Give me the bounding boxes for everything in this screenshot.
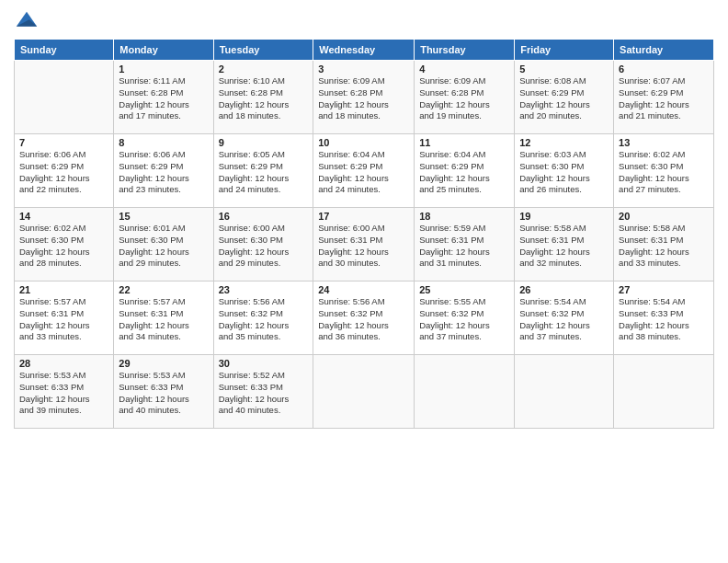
day-number: 28: [19, 358, 108, 369]
calendar-cell: 23Sunrise: 5:56 AM Sunset: 6:32 PM Dayli…: [213, 282, 313, 355]
day-number: 25: [419, 284, 509, 295]
calendar-cell: [614, 355, 714, 429]
calendar-cell: 26Sunrise: 5:54 AM Sunset: 6:32 PM Dayli…: [515, 282, 614, 355]
calendar-cell: 7Sunrise: 6:06 AM Sunset: 6:29 PM Daylig…: [15, 134, 114, 208]
day-number: 1: [119, 63, 208, 75]
day-number: 6: [619, 63, 709, 75]
day-number: 7: [19, 137, 108, 148]
cell-info: Sunrise: 5:54 AM Sunset: 6:32 PM Dayligh…: [519, 296, 609, 343]
calendar-cell: 22Sunrise: 5:57 AM Sunset: 6:31 PM Dayli…: [114, 282, 213, 355]
day-number: 12: [519, 137, 609, 148]
header-day: Monday: [114, 40, 213, 61]
header-day: Wednesday: [313, 40, 415, 61]
day-number: 10: [318, 137, 409, 148]
calendar-week-row: 7Sunrise: 6:06 AM Sunset: 6:29 PM Daylig…: [15, 134, 714, 208]
cell-info: Sunrise: 5:57 AM Sunset: 6:31 PM Dayligh…: [19, 296, 108, 343]
calendar-cell: 29Sunrise: 5:53 AM Sunset: 6:33 PM Dayli…: [114, 355, 213, 429]
calendar-cell: 18Sunrise: 5:59 AM Sunset: 6:31 PM Dayli…: [415, 208, 515, 282]
calendar-table: SundayMondayTuesdayWednesdayThursdayFrid…: [14, 39, 714, 429]
calendar-cell: [415, 355, 515, 429]
day-number: 5: [519, 63, 609, 75]
calendar-cell: 19Sunrise: 5:58 AM Sunset: 6:31 PM Dayli…: [515, 208, 614, 282]
cell-info: Sunrise: 6:06 AM Sunset: 6:29 PM Dayligh…: [19, 149, 108, 196]
calendar-cell: 14Sunrise: 6:02 AM Sunset: 6:30 PM Dayli…: [15, 208, 114, 282]
day-number: 14: [19, 211, 108, 222]
calendar-cell: 30Sunrise: 5:52 AM Sunset: 6:33 PM Dayli…: [213, 355, 313, 429]
cell-info: Sunrise: 6:08 AM Sunset: 6:29 PM Dayligh…: [519, 75, 609, 122]
cell-info: Sunrise: 6:09 AM Sunset: 6:28 PM Dayligh…: [419, 75, 509, 122]
calendar-cell: 16Sunrise: 6:00 AM Sunset: 6:30 PM Dayli…: [213, 208, 313, 282]
calendar-week-row: 28Sunrise: 5:53 AM Sunset: 6:33 PM Dayli…: [15, 355, 714, 429]
calendar-cell: [313, 355, 415, 429]
day-number: 16: [219, 211, 309, 222]
day-number: 21: [19, 284, 108, 295]
day-number: 13: [619, 137, 709, 148]
cell-info: Sunrise: 5:57 AM Sunset: 6:31 PM Dayligh…: [119, 296, 208, 343]
calendar-cell: [515, 355, 614, 429]
header-day: Friday: [515, 40, 614, 61]
cell-info: Sunrise: 6:07 AM Sunset: 6:29 PM Dayligh…: [619, 75, 709, 122]
calendar-cell: 1Sunrise: 6:11 AM Sunset: 6:28 PM Daylig…: [114, 61, 213, 134]
day-number: 15: [119, 211, 208, 222]
calendar-cell: 9Sunrise: 6:05 AM Sunset: 6:29 PM Daylig…: [213, 134, 313, 208]
day-number: 19: [519, 211, 609, 222]
day-number: 22: [119, 284, 208, 295]
day-number: 23: [219, 284, 309, 295]
calendar-week-row: 1Sunrise: 6:11 AM Sunset: 6:28 PM Daylig…: [15, 61, 714, 134]
calendar-cell: [15, 61, 114, 134]
day-number: 26: [519, 284, 609, 295]
cell-info: Sunrise: 6:02 AM Sunset: 6:30 PM Dayligh…: [19, 223, 108, 270]
day-number: 9: [219, 137, 309, 148]
cell-info: Sunrise: 5:53 AM Sunset: 6:33 PM Dayligh…: [19, 370, 108, 417]
cell-info: Sunrise: 6:05 AM Sunset: 6:29 PM Dayligh…: [219, 149, 309, 196]
day-number: 2: [219, 63, 309, 75]
cell-info: Sunrise: 5:54 AM Sunset: 6:33 PM Dayligh…: [619, 296, 709, 343]
cell-info: Sunrise: 5:58 AM Sunset: 6:31 PM Dayligh…: [519, 223, 609, 270]
day-number: 27: [619, 284, 709, 295]
calendar-cell: 27Sunrise: 5:54 AM Sunset: 6:33 PM Dayli…: [614, 282, 714, 355]
cell-info: Sunrise: 5:53 AM Sunset: 6:33 PM Dayligh…: [119, 370, 208, 417]
day-number: 29: [119, 358, 208, 369]
cell-info: Sunrise: 5:59 AM Sunset: 6:31 PM Dayligh…: [419, 223, 509, 270]
calendar-cell: 11Sunrise: 6:04 AM Sunset: 6:29 PM Dayli…: [415, 134, 515, 208]
calendar-cell: 25Sunrise: 5:55 AM Sunset: 6:32 PM Dayli…: [415, 282, 515, 355]
cell-info: Sunrise: 5:55 AM Sunset: 6:32 PM Dayligh…: [419, 296, 509, 343]
cell-info: Sunrise: 6:01 AM Sunset: 6:30 PM Dayligh…: [119, 223, 208, 270]
cell-info: Sunrise: 5:58 AM Sunset: 6:31 PM Dayligh…: [619, 223, 709, 270]
header-row: SundayMondayTuesdayWednesdayThursdayFrid…: [15, 40, 714, 61]
cell-info: Sunrise: 5:56 AM Sunset: 6:32 PM Dayligh…: [219, 296, 309, 343]
calendar-cell: 3Sunrise: 6:09 AM Sunset: 6:28 PM Daylig…: [313, 61, 415, 134]
header-day: Tuesday: [213, 40, 313, 61]
calendar-cell: 4Sunrise: 6:09 AM Sunset: 6:28 PM Daylig…: [415, 61, 515, 134]
calendar-cell: 10Sunrise: 6:04 AM Sunset: 6:29 PM Dayli…: [313, 134, 415, 208]
day-number: 11: [419, 137, 509, 148]
day-number: 20: [619, 211, 709, 222]
cell-info: Sunrise: 6:11 AM Sunset: 6:28 PM Dayligh…: [119, 75, 208, 122]
cell-info: Sunrise: 6:00 AM Sunset: 6:31 PM Dayligh…: [318, 223, 409, 270]
cell-info: Sunrise: 6:10 AM Sunset: 6:28 PM Dayligh…: [219, 75, 309, 122]
cell-info: Sunrise: 6:06 AM Sunset: 6:29 PM Dayligh…: [119, 149, 208, 196]
cell-info: Sunrise: 6:04 AM Sunset: 6:29 PM Dayligh…: [419, 149, 509, 196]
calendar-cell: 28Sunrise: 5:53 AM Sunset: 6:33 PM Dayli…: [15, 355, 114, 429]
header: [14, 9, 714, 35]
logo: [14, 9, 43, 35]
cell-info: Sunrise: 6:09 AM Sunset: 6:28 PM Dayligh…: [318, 75, 409, 122]
cell-info: Sunrise: 5:56 AM Sunset: 6:32 PM Dayligh…: [318, 296, 409, 343]
calendar-week-row: 21Sunrise: 5:57 AM Sunset: 6:31 PM Dayli…: [15, 282, 714, 355]
day-number: 17: [318, 211, 409, 222]
calendar-cell: 12Sunrise: 6:03 AM Sunset: 6:30 PM Dayli…: [515, 134, 614, 208]
day-number: 24: [318, 284, 409, 295]
calendar-cell: 17Sunrise: 6:00 AM Sunset: 6:31 PM Dayli…: [313, 208, 415, 282]
day-number: 30: [219, 358, 309, 369]
calendar-cell: 6Sunrise: 6:07 AM Sunset: 6:29 PM Daylig…: [614, 61, 714, 134]
day-number: 3: [318, 63, 409, 75]
calendar-week-row: 14Sunrise: 6:02 AM Sunset: 6:30 PM Dayli…: [15, 208, 714, 282]
cell-info: Sunrise: 5:52 AM Sunset: 6:33 PM Dayligh…: [219, 370, 309, 417]
calendar-cell: 13Sunrise: 6:02 AM Sunset: 6:30 PM Dayli…: [614, 134, 714, 208]
calendar-cell: 20Sunrise: 5:58 AM Sunset: 6:31 PM Dayli…: [614, 208, 714, 282]
calendar-cell: 21Sunrise: 5:57 AM Sunset: 6:31 PM Dayli…: [15, 282, 114, 355]
calendar-cell: 2Sunrise: 6:10 AM Sunset: 6:28 PM Daylig…: [213, 61, 313, 134]
cell-info: Sunrise: 6:04 AM Sunset: 6:29 PM Dayligh…: [318, 149, 409, 196]
day-number: 4: [419, 63, 509, 75]
day-number: 18: [419, 211, 509, 222]
